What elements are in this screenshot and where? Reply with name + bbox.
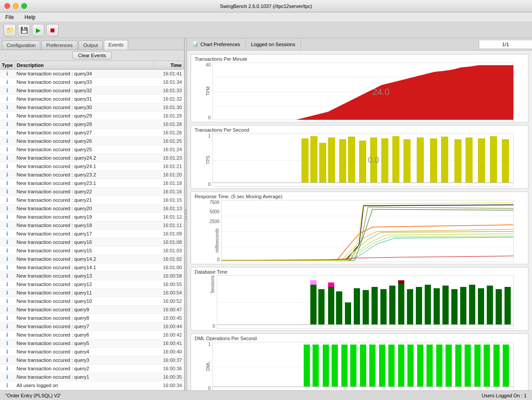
chart-tps-title: Transactions Per Second	[195, 127, 524, 133]
tab-preferences[interactable]: Preferences	[41, 40, 77, 50]
event-description: New transaction occured : query4	[15, 348, 153, 356]
event-type-icon: ℹ	[0, 365, 15, 373]
events-table-wrapper[interactable]: Type Description Time ℹNew transaction o…	[0, 61, 184, 390]
info-icon: ℹ	[6, 172, 8, 178]
chart-toolbar: 📊 Chart Preferences Logged on Sessions 1…	[187, 38, 532, 51]
event-description: New transaction occured : query3	[15, 356, 153, 365]
dml-y-0: 0	[208, 386, 211, 390]
event-type-icon: ℹ	[0, 204, 15, 213]
table-row: ℹAll users logged on16:00:34	[0, 381, 184, 390]
event-description: New transaction occured : query24.2	[15, 154, 153, 162]
chart-db-title: Database Time	[195, 269, 524, 275]
svg-rect-16	[403, 139, 411, 183]
logged-sessions-button[interactable]: Logged on Sessions	[246, 38, 301, 50]
info-icon: ℹ	[6, 239, 8, 245]
clear-events-button[interactable]: Clear Events	[72, 51, 112, 59]
chart-rt-title: Response Time. (5 sec Moving Average)	[195, 194, 524, 199]
svg-rect-45	[407, 289, 413, 325]
svg-rect-78	[484, 345, 490, 387]
svg-rect-21	[466, 137, 473, 183]
minimize-button[interactable]	[13, 3, 19, 9]
svg-rect-72	[426, 345, 433, 387]
rt-chart-svg	[221, 200, 514, 262]
event-time: 16:00:34	[154, 381, 184, 390]
event-description: New transaction occured : query30	[15, 103, 153, 112]
dml-chart-svg	[212, 342, 514, 390]
db-chart-svg	[217, 275, 514, 329]
table-row: ℹNew transaction occured : query416:00:4…	[0, 348, 184, 356]
event-type-icon: ℹ	[0, 247, 15, 255]
rt-y-mid: 5000	[210, 209, 219, 214]
info-icon: ℹ	[6, 340, 8, 346]
dml-y-max: 1	[208, 342, 211, 347]
svg-rect-48	[434, 288, 440, 325]
event-type-icon: ℹ	[0, 297, 15, 306]
tpm-y-label: TPM	[206, 86, 211, 96]
event-description: All users logged on	[15, 381, 153, 390]
svg-rect-50	[451, 289, 458, 325]
save-button[interactable]: 💾	[18, 24, 30, 36]
event-description: New transaction occured : query15	[15, 247, 153, 255]
right-panel: 📊 Chart Preferences Logged on Sessions 1…	[187, 38, 532, 390]
info-icon: ℹ	[6, 155, 8, 161]
event-description: New transaction occured : query21	[15, 196, 153, 204]
event-description: New transaction occured : query33	[15, 78, 153, 86]
tab-events[interactable]: Events	[104, 40, 129, 50]
chart-pagination: 1/1	[479, 40, 532, 48]
event-type-icon: ℹ	[0, 129, 15, 137]
svg-rect-46	[416, 287, 422, 325]
info-icon: ℹ	[6, 129, 8, 136]
event-time: 16:00:37	[154, 356, 184, 365]
svg-rect-33	[318, 289, 325, 325]
close-button[interactable]	[4, 3, 10, 9]
event-description: New transaction occured : query2	[15, 365, 153, 373]
open-button[interactable]: 📁	[4, 24, 16, 36]
table-row: ℹNew transaction occured : query3216:01:…	[0, 86, 184, 95]
event-type-icon: ℹ	[0, 196, 15, 204]
chart-preferences-button[interactable]: 📊 Chart Preferences	[187, 38, 246, 50]
svg-rect-23	[490, 136, 497, 183]
tab-bar: Configuration Preferences Output Events	[0, 38, 184, 50]
charts-area[interactable]: Transactions Per Minute 40 TPM 0	[187, 51, 532, 390]
svg-rect-9	[328, 137, 335, 183]
event-description: New transaction occured : query5	[15, 339, 153, 348]
event-type-icon: ℹ	[0, 322, 15, 331]
table-row: ℹNew transaction occured : query2616:01:…	[0, 137, 184, 145]
table-row: ℹNew transaction occured : query14.116:0…	[0, 263, 184, 272]
svg-rect-39	[363, 290, 369, 325]
table-row: ℹNew transaction occured : query2016:01:…	[0, 204, 184, 213]
tab-configuration[interactable]: Configuration	[2, 40, 40, 50]
info-icon: ℹ	[6, 365, 8, 372]
stop-button[interactable]: ⏹	[46, 24, 59, 36]
info-icon: ℹ	[6, 138, 8, 144]
menu-file[interactable]: File	[4, 13, 16, 21]
chart-rt: Response Time. (5 sec Moving Average) 75…	[191, 192, 528, 264]
svg-rect-36	[336, 291, 342, 325]
svg-rect-8	[319, 143, 326, 183]
info-icon: ℹ	[6, 306, 8, 313]
col-description: Description	[15, 61, 153, 70]
maximize-button[interactable]	[21, 3, 27, 9]
event-description: New transaction occured : query27	[15, 129, 153, 137]
event-time: 16:01:26	[154, 129, 184, 137]
svg-rect-64	[350, 345, 356, 387]
event-description: New transaction occured : query17	[15, 230, 153, 238]
svg-rect-12	[359, 141, 366, 183]
svg-rect-6	[301, 138, 309, 183]
event-time: 16:00:42	[154, 331, 184, 339]
event-type-icon: ℹ	[0, 145, 15, 154]
traffic-lights[interactable]	[4, 3, 27, 9]
event-type-icon: ℹ	[0, 339, 15, 348]
svg-rect-56	[505, 287, 511, 325]
svg-rect-70	[407, 345, 414, 387]
menu-help[interactable]: Help	[23, 13, 37, 21]
run-button[interactable]: ▶	[32, 24, 44, 36]
svg-rect-66	[369, 345, 376, 387]
event-type-icon: ℹ	[0, 272, 15, 280]
dml-y-label: DML	[206, 361, 211, 371]
event-type-icon: ℹ	[0, 306, 15, 314]
table-row: ℹNew transaction occured : query2516:01:…	[0, 145, 184, 154]
info-icon: ℹ	[6, 71, 8, 77]
event-time: 16:01:24	[154, 145, 184, 154]
tab-output[interactable]: Output	[78, 40, 103, 50]
